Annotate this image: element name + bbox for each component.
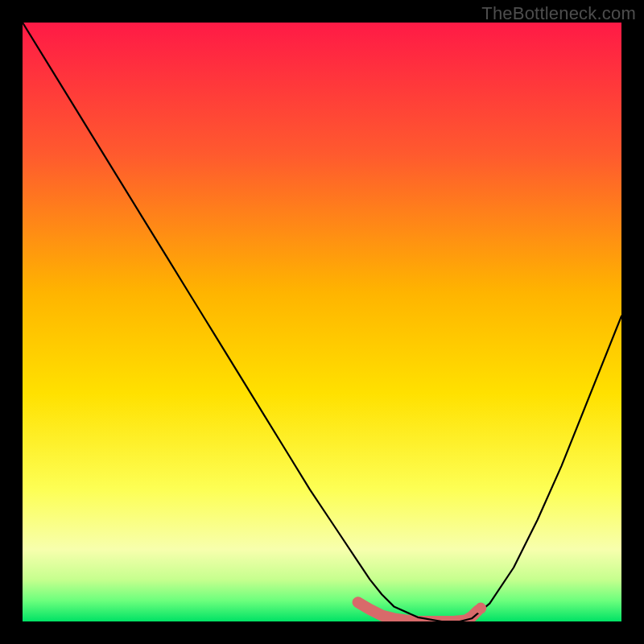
highlight-dot <box>475 603 486 614</box>
chart-svg <box>23 23 621 621</box>
chart-frame: TheBottleneck.com <box>0 0 644 644</box>
plot-area <box>23 23 621 621</box>
watermark-text: TheBottleneck.com <box>481 3 636 24</box>
